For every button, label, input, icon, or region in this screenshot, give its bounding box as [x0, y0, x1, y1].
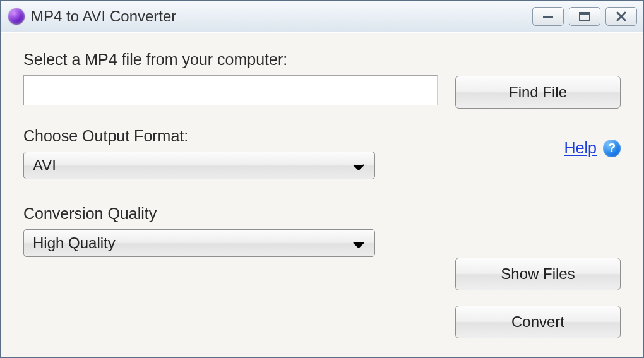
help-icon[interactable]: ? [603, 140, 621, 157]
output-format-label: Choose Output Format: [23, 127, 438, 145]
select-file-label: Select a MP4 file from your computer: [23, 51, 438, 69]
close-icon [616, 11, 626, 21]
find-file-button[interactable]: Find File [455, 76, 621, 109]
conversion-quality-label: Conversion Quality [23, 205, 438, 223]
help-row: Help ? [455, 139, 621, 157]
content-area: Select a MP4 file from your computer: Ch… [1, 32, 643, 357]
quality-value: High Quality [33, 234, 116, 252]
svg-rect-0 [543, 16, 553, 18]
file-path-input[interactable] [23, 75, 438, 105]
app-window: MP4 to AVI Converter Select a MP4 file f… [0, 0, 644, 358]
minimize-button[interactable] [532, 7, 564, 26]
window-title: MP4 to AVI Converter [31, 8, 532, 25]
minimize-icon [542, 13, 554, 20]
left-column: Select a MP4 file from your computer: Ch… [23, 51, 438, 345]
help-link[interactable]: Help [564, 139, 597, 157]
quality-select[interactable]: High Quality [23, 229, 375, 257]
close-button[interactable] [605, 7, 637, 26]
find-file-button-label: Find File [509, 83, 567, 101]
titlebar: MP4 to AVI Converter [1, 1, 643, 32]
output-format-value: AVI [33, 157, 56, 174]
convert-button[interactable]: Convert [455, 306, 621, 338]
svg-rect-2 [580, 13, 590, 15]
maximize-button[interactable] [569, 7, 600, 26]
chevron-down-icon [353, 157, 364, 174]
app-icon [8, 8, 25, 25]
right-column: Find File Help ? Show Files Convert [455, 51, 621, 345]
window-controls [532, 7, 637, 26]
chevron-down-icon [353, 234, 364, 252]
show-files-button[interactable]: Show Files [455, 258, 621, 290]
show-files-button-label: Show Files [501, 265, 575, 283]
maximize-icon [579, 12, 590, 21]
output-format-select[interactable]: AVI [23, 152, 375, 179]
convert-button-label: Convert [511, 313, 564, 331]
